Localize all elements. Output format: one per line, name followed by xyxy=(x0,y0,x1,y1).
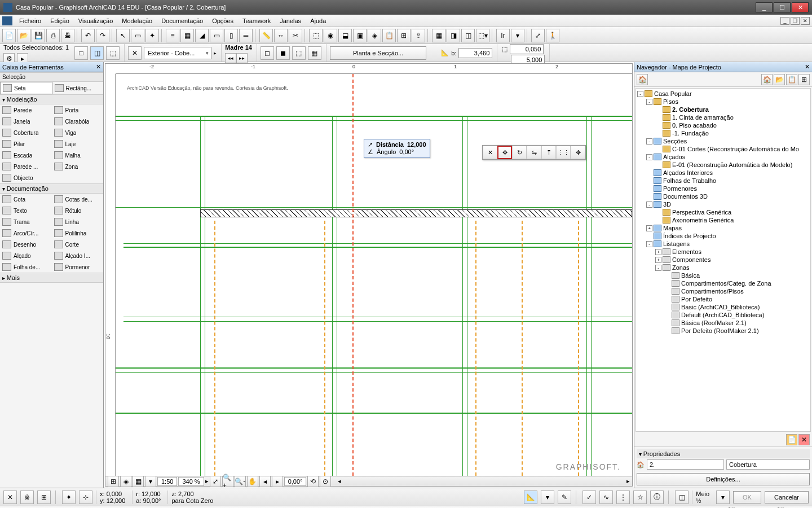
tool-doc-1-0[interactable]: Texto xyxy=(0,205,52,216)
info-opt-1[interactable]: ◻ xyxy=(261,46,274,60)
toolbox-more[interactable]: ▸ Mais xyxy=(0,273,103,283)
view-selector[interactable]: Exterior - Cobe... xyxy=(144,47,211,59)
tree-node-13[interactable]: Documentos 3D xyxy=(637,192,809,200)
nav-view-map-button[interactable]: 🏠 xyxy=(761,74,773,85)
quick-options-4[interactable]: ▾ xyxy=(145,476,156,487)
navigator-tree[interactable]: -Casa Popular-Pisos2. Cobertura1. Cinta … xyxy=(636,88,811,432)
tool-model-3-1[interactable]: Laje xyxy=(52,138,104,150)
section-button[interactable]: ⬓ xyxy=(338,29,352,42)
magic-wand-button[interactable]: ✎ xyxy=(558,491,571,504)
tree-expand-0[interactable]: - xyxy=(637,91,643,97)
menu-teamwork[interactable]: Teamwork xyxy=(238,16,275,26)
tree-expand-8[interactable]: - xyxy=(646,154,652,160)
drawing-canvas[interactable]: ArchiCAD Versão Educação, não para reven… xyxy=(116,74,632,476)
column-options[interactable]: ▯ xyxy=(224,29,238,42)
tree-expand-17[interactable]: + xyxy=(646,225,652,231)
tree-node-25[interactable]: Compartimentos/Pisos xyxy=(637,287,809,295)
zoom-next-button[interactable]: ▸ xyxy=(272,476,283,487)
dim-width-input[interactable] xyxy=(510,44,544,54)
tool-model-5-0[interactable]: Parede ... xyxy=(0,161,52,172)
tree-node-23[interactable]: Básica xyxy=(637,271,809,279)
tree-node-27[interactable]: Basic (ArchiCAD_Biblioteca) xyxy=(637,303,809,311)
toolbox-model-header[interactable]: ▾ Modelação xyxy=(0,94,103,104)
tree-expand-6[interactable]: - xyxy=(646,138,652,144)
tool-model-2-0[interactable]: Cobertura xyxy=(0,127,52,138)
tree-expand-14[interactable]: - xyxy=(646,202,652,208)
undo-button[interactable]: ↶ xyxy=(81,29,95,42)
tool-model-0-0[interactable]: Parede xyxy=(0,104,52,116)
pan-button[interactable]: ✋ xyxy=(247,476,258,487)
new-file-button[interactable]: 📄 xyxy=(2,29,16,42)
tool-model-3-0[interactable]: Pilar xyxy=(0,138,52,150)
tool-doc-6-0[interactable]: Folha de... xyxy=(0,261,52,273)
snap-2-button[interactable]: ※ xyxy=(20,491,34,504)
toolbox-selection-header[interactable]: Selecção xyxy=(0,72,103,82)
pet-drag-button[interactable]: ✥ xyxy=(571,146,585,159)
tree-node-4[interactable]: 0. Piso acabado xyxy=(637,121,809,129)
tool-model-1-1[interactable]: Clarabóia xyxy=(52,116,104,127)
tree-node-21[interactable]: +Componentes xyxy=(637,256,809,264)
tool-model-6-1[interactable] xyxy=(52,172,104,183)
save-button[interactable]: 💾 xyxy=(32,29,45,42)
close-button[interactable]: ✕ xyxy=(792,2,809,12)
tree-node-24[interactable]: Compartimentos/Categ. de Zona xyxy=(637,279,809,287)
tree-expand-1[interactable]: - xyxy=(646,99,652,105)
tool-doc-0-0[interactable]: Cota xyxy=(0,194,52,205)
publish-button[interactable]: ⇪ xyxy=(412,29,425,42)
tree-node-14[interactable]: -3D xyxy=(637,200,809,208)
mdi-close[interactable]: ✕ xyxy=(801,17,810,25)
trace-ref-button[interactable]: ▾ xyxy=(511,29,524,42)
tool-model-6-0[interactable]: Objecto xyxy=(0,172,52,183)
beam-options[interactable]: ═ xyxy=(239,29,253,42)
tool-model-0-1[interactable]: Porta xyxy=(52,104,104,116)
mdi-minimize[interactable]: _ xyxy=(780,17,789,25)
pet-mirror-button[interactable]: ⇋ xyxy=(527,146,541,159)
nav-options-button[interactable]: ⊞ xyxy=(798,74,810,85)
scale-display[interactable]: 1:50 xyxy=(157,477,177,486)
toolbox-doc-header[interactable]: ▾ Documentação xyxy=(0,183,103,194)
geometry-method-3[interactable]: ⬚ xyxy=(106,46,120,60)
orientation-2[interactable]: ⊙ xyxy=(320,476,331,487)
tree-node-26[interactable]: Por Defeito xyxy=(637,295,809,303)
menu-visualizacao[interactable]: Visualização xyxy=(74,16,118,26)
tool-model-2-1[interactable]: Viga xyxy=(52,127,104,138)
snap-guides-button[interactable]: ⋮ xyxy=(616,491,630,504)
print-button[interactable]: ⎙ xyxy=(46,29,60,42)
dim-b-input[interactable] xyxy=(458,48,492,58)
favorites-button[interactable]: ☆ xyxy=(633,491,647,504)
element-info-button[interactable]: ⓘ xyxy=(650,491,664,504)
orientation-1[interactable]: ⟲ xyxy=(307,476,319,487)
view-options[interactable]: ⬚▾ xyxy=(476,29,489,42)
worksheet-button[interactable]: 📋 xyxy=(382,29,396,42)
pet-multiply-button[interactable]: ⋮⋮ xyxy=(556,146,571,159)
pet-close-icon[interactable]: ✕ xyxy=(483,146,497,159)
tree-expand-22[interactable]: - xyxy=(655,265,661,271)
angle-display[interactable]: 0,00° xyxy=(284,477,307,486)
measure-button[interactable]: 📏 xyxy=(259,29,273,42)
pet-rotate-button[interactable]: ↻ xyxy=(512,146,527,159)
zoom-prev-button[interactable]: ◂ xyxy=(259,476,271,487)
geometry-method-2[interactable]: ◫ xyxy=(90,46,104,60)
view-3d-button[interactable]: ◨ xyxy=(447,29,460,42)
roof-options[interactable]: ◢ xyxy=(195,29,209,42)
tool-model-4-0[interactable]: Escada xyxy=(0,150,52,161)
props-name-input[interactable] xyxy=(726,459,810,470)
tree-node-7[interactable]: C-01 Cortes (Reconstrução Automática do … xyxy=(637,145,809,153)
tree-node-12[interactable]: Pormenores xyxy=(637,185,809,192)
tree-node-3[interactable]: 1. Cinta de amarração xyxy=(637,113,809,121)
floor-plan-section-button[interactable]: Planta e Secção... xyxy=(330,46,426,60)
tool-doc-6-1[interactable]: Pormenor xyxy=(52,261,104,273)
layer-prev-button[interactable]: ◂◂ xyxy=(225,53,236,63)
relative-button[interactable]: ∿ xyxy=(599,491,613,504)
quick-options-1[interactable]: ⊞ xyxy=(108,476,119,487)
layer-next-button[interactable]: ▸▸ xyxy=(236,53,248,63)
tree-node-29[interactable]: Básica (RoofMaker 2.1) xyxy=(637,319,809,327)
menu-ficheiro[interactable]: Ficheiro xyxy=(15,16,46,26)
cursor-tool[interactable]: ↖ xyxy=(116,29,130,42)
marquee-tool[interactable]: ▭ xyxy=(131,29,144,42)
mdi-restore[interactable]: ❐ xyxy=(791,17,800,25)
plot-button[interactable]: 🖶 xyxy=(61,29,74,42)
origin-button[interactable]: ✦ xyxy=(62,491,76,504)
tree-node-30[interactable]: Por Defeito (RoofMaker 2.1) xyxy=(637,327,809,335)
nav-delete-button[interactable]: ✕ xyxy=(798,434,810,445)
